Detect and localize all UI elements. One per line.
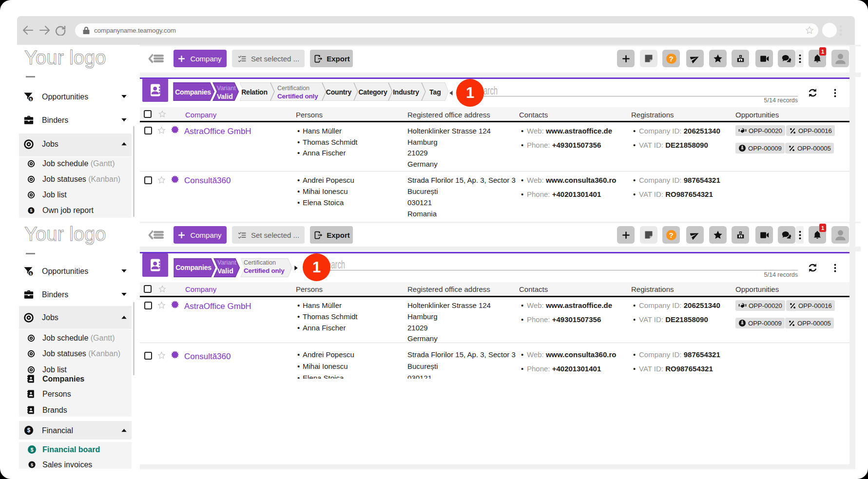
- svg-text:$: $: [30, 447, 33, 453]
